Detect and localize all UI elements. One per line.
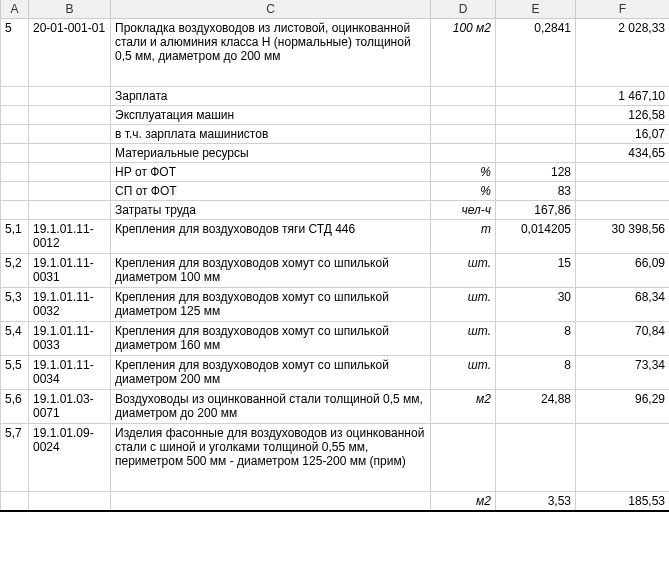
cell-b[interactable]: 19.1.01.11-0033	[29, 322, 111, 356]
cell-c[interactable]: Прокладка воздуховодов из листовой, оцин…	[111, 19, 431, 87]
cell-b[interactable]	[29, 87, 111, 106]
cell-c[interactable]: Крепления для воздуховодов хомут со шпил…	[111, 288, 431, 322]
cell-a[interactable]	[1, 182, 29, 201]
cell-c[interactable]: Изделия фасонные для воздуховодов из оци…	[111, 424, 431, 492]
cell-f[interactable]: 66,09	[576, 254, 670, 288]
cell-f[interactable]: 434,65	[576, 144, 670, 163]
cell-c[interactable]: Зарплата	[111, 87, 431, 106]
cell-e[interactable]: 24,88	[496, 390, 576, 424]
cell-a[interactable]	[1, 163, 29, 182]
cell-e[interactable]: 0,014205	[496, 220, 576, 254]
col-header-a[interactable]: A	[1, 0, 29, 19]
col-header-f[interactable]: F	[576, 0, 670, 19]
cell-b[interactable]	[29, 163, 111, 182]
col-header-e[interactable]: E	[496, 0, 576, 19]
cell-e[interactable]	[496, 144, 576, 163]
cell-f[interactable]: 1 467,10	[576, 87, 670, 106]
cell-b[interactable]: 19.1.01.03-0071	[29, 390, 111, 424]
cell-d[interactable]: 100 м2	[431, 19, 496, 87]
cell-b[interactable]	[29, 125, 111, 144]
cell-a[interactable]: 5	[1, 19, 29, 87]
column-headers[interactable]: A B C D E F	[1, 0, 670, 19]
cell-b[interactable]	[29, 144, 111, 163]
cell-f[interactable]	[576, 424, 670, 492]
cell-e[interactable]: 15	[496, 254, 576, 288]
cell-c[interactable]: СП от ФОТ	[111, 182, 431, 201]
cell-b[interactable]	[29, 201, 111, 220]
cell-a[interactable]	[1, 201, 29, 220]
cell-e[interactable]	[496, 106, 576, 125]
col-header-c[interactable]: C	[111, 0, 431, 19]
cell-a[interactable]: 5,1	[1, 220, 29, 254]
cell-d[interactable]: чел-ч	[431, 201, 496, 220]
cell-d[interactable]: м2	[431, 492, 496, 512]
cell-d[interactable]: %	[431, 163, 496, 182]
cell-d[interactable]: шт.	[431, 254, 496, 288]
cell-a[interactable]: 5,4	[1, 322, 29, 356]
cell-d[interactable]	[431, 125, 496, 144]
cell-b[interactable]: 19.1.01.11-0034	[29, 356, 111, 390]
cell-c[interactable]: Крепления для воздуховодов хомут со шпил…	[111, 254, 431, 288]
cell-b[interactable]: 19.1.01.11-0031	[29, 254, 111, 288]
cell-c[interactable]: Воздуховоды из оцинкованной стали толщин…	[111, 390, 431, 424]
cell-b[interactable]	[29, 106, 111, 125]
cell-c[interactable]	[111, 492, 431, 512]
cell-e[interactable]: 8	[496, 322, 576, 356]
cell-d[interactable]: шт.	[431, 356, 496, 390]
cell-a[interactable]: 5,5	[1, 356, 29, 390]
cell-f[interactable]: 73,34	[576, 356, 670, 390]
cell-d[interactable]	[431, 87, 496, 106]
cell-a[interactable]	[1, 106, 29, 125]
cell-c[interactable]: Затраты труда	[111, 201, 431, 220]
cell-f[interactable]: 185,53	[576, 492, 670, 512]
cell-a[interactable]: 5,2	[1, 254, 29, 288]
cell-f[interactable]: 68,34	[576, 288, 670, 322]
cell-c[interactable]: Крепления для воздуховодов тяги СТД 446	[111, 220, 431, 254]
cell-a[interactable]: 5,6	[1, 390, 29, 424]
cell-a[interactable]: 5,7	[1, 424, 29, 492]
cell-c[interactable]: Эксплуатация машин	[111, 106, 431, 125]
cell-f[interactable]: 96,29	[576, 390, 670, 424]
cell-c[interactable]: Материальные ресурсы	[111, 144, 431, 163]
cell-d[interactable]: шт.	[431, 322, 496, 356]
cell-a[interactable]	[1, 87, 29, 106]
cell-a[interactable]: 5,3	[1, 288, 29, 322]
cell-a[interactable]	[1, 125, 29, 144]
cell-e[interactable]: 8	[496, 356, 576, 390]
cell-f[interactable]: 70,84	[576, 322, 670, 356]
cell-c[interactable]: Крепления для воздуховодов хомут со шпил…	[111, 356, 431, 390]
cell-c[interactable]: Крепления для воздуховодов хомут со шпил…	[111, 322, 431, 356]
cell-e[interactable]	[496, 125, 576, 144]
cell-e[interactable]	[496, 424, 576, 492]
cell-b[interactable]: 19.1.01.11-0012	[29, 220, 111, 254]
cell-d[interactable]	[431, 144, 496, 163]
cell-e[interactable]	[496, 87, 576, 106]
cell-d[interactable]	[431, 106, 496, 125]
cell-a[interactable]	[1, 144, 29, 163]
spreadsheet-grid[interactable]: A B C D E F 520-01-001-01Прокладка возду…	[0, 0, 669, 512]
col-header-d[interactable]: D	[431, 0, 496, 19]
cell-b[interactable]: 20-01-001-01	[29, 19, 111, 87]
cell-e[interactable]: 128	[496, 163, 576, 182]
cell-e[interactable]: 83	[496, 182, 576, 201]
cell-b[interactable]	[29, 492, 111, 512]
cell-f[interactable]: 16,07	[576, 125, 670, 144]
cell-c[interactable]: в т.ч. зарплата машинистов	[111, 125, 431, 144]
cell-b[interactable]: 19.1.01.11-0032	[29, 288, 111, 322]
cell-e[interactable]: 167,86	[496, 201, 576, 220]
cell-a[interactable]	[1, 492, 29, 512]
cell-d[interactable]: т	[431, 220, 496, 254]
cell-f[interactable]	[576, 163, 670, 182]
cell-e[interactable]: 30	[496, 288, 576, 322]
cell-f[interactable]: 2 028,33	[576, 19, 670, 87]
cell-b[interactable]: 19.1.01.09-0024	[29, 424, 111, 492]
cell-d[interactable]: шт.	[431, 288, 496, 322]
cell-c[interactable]: НР от ФОТ	[111, 163, 431, 182]
cell-d[interactable]: м2	[431, 390, 496, 424]
cell-f[interactable]: 30 398,56	[576, 220, 670, 254]
cell-e[interactable]: 0,2841	[496, 19, 576, 87]
col-header-b[interactable]: B	[29, 0, 111, 19]
cell-b[interactable]	[29, 182, 111, 201]
cell-f[interactable]	[576, 201, 670, 220]
cell-e[interactable]: 3,53	[496, 492, 576, 512]
